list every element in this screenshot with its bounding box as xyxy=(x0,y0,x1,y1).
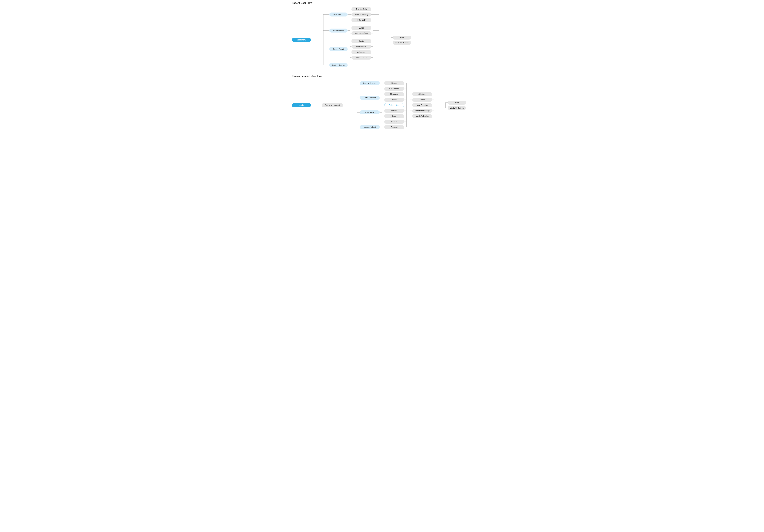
node-start: Start xyxy=(448,101,466,105)
section-title-patient: Patient User Flow xyxy=(292,2,312,4)
node-option: intermediate xyxy=(351,45,371,49)
node-game-selected: Balloon Blast xyxy=(384,103,404,107)
flow-canvas: Patient User Flow xyxy=(272,0,492,133)
wires-physio xyxy=(272,0,492,133)
node-option: Swipe xyxy=(351,26,371,30)
node-setting: Grid Size xyxy=(412,92,432,96)
node-game: Relax8 xyxy=(384,109,404,113)
node-control-headset: Control Headset xyxy=(360,81,380,85)
node-setting: Advanced Settings xyxy=(412,109,432,113)
node-option: ROM Only xyxy=(351,18,371,22)
node-start: Start xyxy=(393,36,411,40)
node-session-duration: Session Duration xyxy=(329,63,348,67)
node-option: Basic xyxy=(351,39,371,43)
node-option: ROM & Training xyxy=(351,13,371,17)
node-login: Login xyxy=(292,103,311,107)
node-game: Rotate xyxy=(384,98,404,102)
node-switch-patient: Switch Patient xyxy=(360,110,380,114)
node-game: Connect xyxy=(384,125,404,129)
node-option: More Options xyxy=(351,56,371,60)
node-start-tutorial: Start with Tutorial xyxy=(448,106,466,110)
node-mirror-headset: Mirror Headset xyxy=(360,96,380,100)
node-option: Advanced xyxy=(351,50,371,54)
node-start-tutorial: Start with Tutorial xyxy=(393,41,411,45)
node-logout-patient: Logout Patient xyxy=(360,125,380,129)
node-game: Color Match xyxy=(384,87,404,91)
node-main-menu: Main Menu xyxy=(292,38,311,42)
wires-patient xyxy=(272,0,492,133)
node-option: Training Only xyxy=(351,7,371,11)
node-option: Match the Color xyxy=(351,31,371,35)
node-game: Luna xyxy=(384,114,404,118)
node-setting: Speed xyxy=(412,98,432,102)
node-add-new-headset: Add New Headset xyxy=(322,103,343,107)
node-game: Re-Act xyxy=(384,81,404,85)
node-setting: Hand Selection xyxy=(412,103,432,107)
node-game-preset: Game Preset xyxy=(329,47,348,51)
node-game: Mindset xyxy=(384,120,404,124)
node-game: Memorize xyxy=(384,92,404,96)
node-game-selection: Game Selection xyxy=(329,13,348,17)
node-setting: Music Selection xyxy=(412,114,432,118)
node-game-module: Game Module xyxy=(329,29,348,33)
section-title-physio: Physiotherapist User Flow xyxy=(292,75,322,77)
